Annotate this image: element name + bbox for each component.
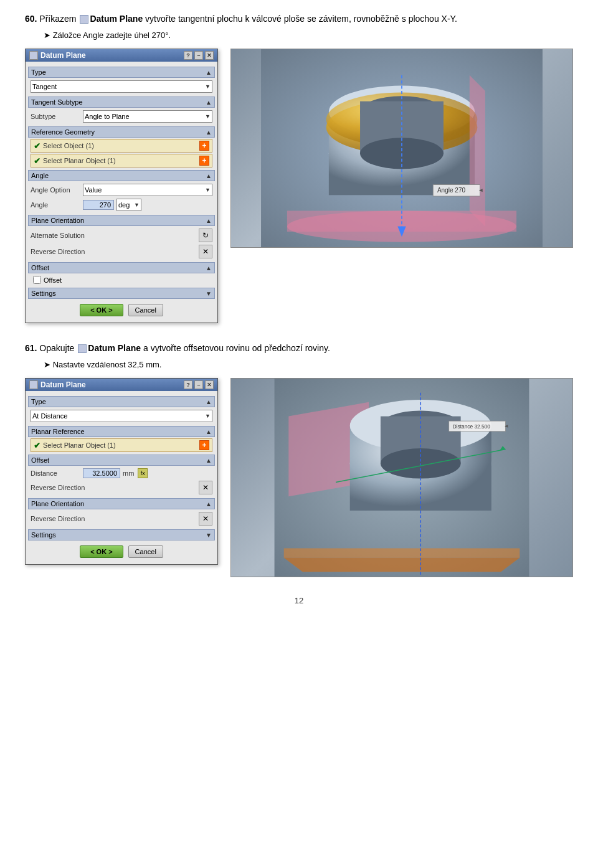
section-subtype-label-60: Tangent Subtype <box>31 98 83 106</box>
ok-btn-60[interactable]: < OK > <box>80 304 123 316</box>
view-3d-60: Angle 270 <box>230 49 573 248</box>
select-planar-add-btn-61[interactable]: + <box>199 440 209 450</box>
section-settings-arrow-61: ▼ <box>206 532 212 539</box>
type-value-61: At Distance <box>32 412 67 420</box>
dialog-60-titlebar: Datum Plane ? – ✕ <box>26 49 217 62</box>
distance-row-61: Distance mm fx <box>28 467 215 479</box>
distance-unit-61: mm <box>123 469 134 477</box>
step-61-text-before: Opakujte <box>39 343 74 353</box>
step-61-text-after: a vytvořte offsetovou rovinu od předchoz… <box>143 343 330 353</box>
section-type-61[interactable]: Type ▲ <box>28 396 215 407</box>
step-61-bullet: Nastavte vzdálenost 32,5 mm. <box>44 360 573 369</box>
section-settings-arrow-60: ▼ <box>206 290 212 297</box>
dialog-help-btn-60[interactable]: ? <box>184 51 192 60</box>
alternate-row-60: Alternate Solution ↻ <box>28 227 215 243</box>
angle-unit-arrow-60: ▼ <box>134 202 140 208</box>
svg-marker-18 <box>284 558 520 572</box>
reverse-orient-icon-btn-61[interactable]: ✕ <box>199 512 212 526</box>
dialog-60-title: Datum Plane <box>40 51 86 60</box>
angle-value-row-60: Angle 270 deg ▼ <box>28 197 215 212</box>
dialog-titlebar-icon-61 <box>29 380 38 389</box>
subtype-label-60: Subtype <box>31 113 80 120</box>
step-60-text-after: vytvořte tangentní plochu k válcové ploš… <box>145 14 457 24</box>
angle-unit-text-60: deg <box>118 201 130 209</box>
step-60-cmd: Datum Plane <box>78 14 145 24</box>
distance-fn-btn-61[interactable]: fx <box>138 468 148 478</box>
step-61-cmd: Datum Plane <box>77 343 143 353</box>
dialog-61-titlebar: Datum Plane ? – ✕ <box>26 379 217 391</box>
section-planeorient-arrow-60: ▲ <box>206 217 212 224</box>
alternate-icon-btn-60[interactable]: ↻ <box>199 229 212 242</box>
angle-input-60[interactable]: 270 <box>83 200 114 210</box>
dialog-close-btn-60[interactable]: ✕ <box>205 51 214 60</box>
section-angle-arrow-60: ▲ <box>206 172 212 179</box>
section-type-label-60: Type <box>31 68 46 76</box>
dialog-min-btn-60[interactable]: – <box>194 51 203 60</box>
section-settings-61[interactable]: Settings ▼ <box>28 529 215 540</box>
select-object-check-60: ✔ <box>34 141 40 151</box>
angle-unit-select-60[interactable]: deg ▼ <box>116 199 141 211</box>
type-row-60: Tangent ▼ <box>28 79 215 94</box>
page-number: 12 <box>25 596 573 605</box>
distance-label-61: Distance <box>31 469 80 477</box>
section-offset-61[interactable]: Offset ▲ <box>28 455 215 466</box>
svg-text:Angle 270: Angle 270 <box>437 187 466 194</box>
section-offset-arrow-61: ▲ <box>206 457 212 464</box>
type-select-arrow-61: ▼ <box>205 413 211 419</box>
dialog-titlebar-controls-61[interactable]: ? – ✕ <box>184 380 214 389</box>
section-offset-arrow-60: ▲ <box>206 265 212 271</box>
distance-input-61[interactable] <box>83 468 120 478</box>
section-offset-60[interactable]: Offset ▲ <box>28 262 215 273</box>
subtype-value-60: Angle to Plane <box>85 113 130 120</box>
select-planar-field-60[interactable]: ✔ Select Planar Object (1) + <box>31 154 212 167</box>
section-settings-60[interactable]: Settings ▼ <box>28 288 215 299</box>
offset-checkbox-60[interactable] <box>33 276 41 284</box>
section-planeorient-arrow-61: ▲ <box>206 501 212 507</box>
select-planar-text-60: Select Planar Object (1) <box>43 157 197 164</box>
select-planar-add-btn-60[interactable]: + <box>199 156 209 166</box>
select-object-add-btn-60[interactable]: + <box>199 141 209 151</box>
cancel-btn-61[interactable]: Cancel <box>128 545 163 558</box>
step-60-row: Datum Plane ? – ✕ Type ▲ Tangent ▼ <box>25 49 573 323</box>
section-type-arrow-61: ▲ <box>206 399 212 405</box>
svg-marker-19 <box>284 549 520 558</box>
select-planar-field-61[interactable]: ✔ Select Planar Object (1) + <box>31 438 212 452</box>
subtype-select-60[interactable]: Angle to Plane ▼ <box>83 110 212 123</box>
section-planeorient-60[interactable]: Plane Orientation ▲ <box>28 215 215 226</box>
cancel-btn-60[interactable]: Cancel <box>128 304 163 316</box>
reverse-offset-icon-btn-61[interactable]: ✕ <box>199 481 212 494</box>
datum-plane-icon-61 <box>78 344 87 353</box>
reverse-icon-btn-60[interactable]: ✕ <box>199 245 212 258</box>
section-settings-label-60: Settings <box>31 290 56 297</box>
dialog-help-btn-61[interactable]: ? <box>184 380 192 389</box>
select-object-text-60: Select Object (1) <box>43 142 197 149</box>
angle-option-select-60[interactable]: Value ▼ <box>83 184 212 196</box>
reverse-offset-label-61: Reverse Direction <box>31 484 85 491</box>
section-subtype-arrow-60: ▲ <box>206 99 212 106</box>
section-refgeo-60[interactable]: Reference Geometry ▲ <box>28 126 215 138</box>
section-type-60[interactable]: Type ▲ <box>28 67 215 78</box>
reverse-label-60: Reverse Direction <box>31 248 85 255</box>
type-select-61[interactable]: At Distance ▼ <box>31 410 212 422</box>
section-angle-60[interactable]: Angle ▲ <box>28 170 215 181</box>
type-select-60[interactable]: Tangent ▼ <box>31 80 212 93</box>
step-60-header: 60. Příkazem Datum Plane vytvořte tangen… <box>25 12 573 26</box>
reverse-orient-label-61: Reverse Direction <box>31 515 85 522</box>
datum-plane-icon-60 <box>80 15 88 24</box>
dialog-titlebar-controls-60[interactable]: ? – ✕ <box>184 51 214 60</box>
section-refgeo-arrow-60: ▲ <box>206 129 212 136</box>
dialog-min-btn-61[interactable]: – <box>194 380 203 389</box>
dialog-61-footer: < OK > Cancel <box>28 542 215 562</box>
section-subtype-60[interactable]: Tangent Subtype ▲ <box>28 97 215 108</box>
type-row-61: At Distance ▼ <box>28 408 215 423</box>
section-planarref-61[interactable]: Planar Reference ▲ <box>28 426 215 437</box>
offset-checkbox-label-60: Offset <box>44 276 62 284</box>
angle-option-label-60: Angle Option <box>31 186 80 194</box>
svg-text:Distance 32.500: Distance 32.500 <box>453 423 490 430</box>
dialog-close-btn-61[interactable]: ✕ <box>205 380 214 389</box>
section-planeorient-61[interactable]: Plane Orientation ▲ <box>28 498 215 509</box>
ok-btn-61[interactable]: < OK > <box>80 545 123 558</box>
select-object-field-60[interactable]: ✔ Select Object (1) + <box>31 139 212 153</box>
step-60-bullet: Záložce Angle zadejte úhel 270°. <box>44 31 573 40</box>
dialog-61: Datum Plane ? – ✕ Type ▲ At Distance ▼ <box>25 378 218 565</box>
